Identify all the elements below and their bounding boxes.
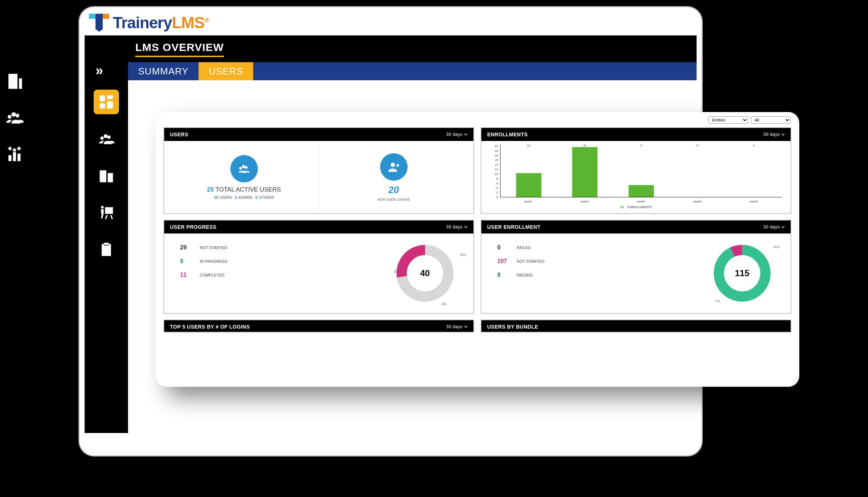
logo-text: TraineryLMS® bbox=[113, 14, 209, 32]
card-users-by-bundle: USERS BY BUNDLE x bbox=[481, 320, 791, 333]
total-active-users-line: 25 TOTAL ACTIVE USERS bbox=[207, 186, 281, 193]
arc-label: 0% bbox=[442, 302, 447, 306]
tab-summary[interactable]: SUMMARY bbox=[128, 62, 199, 80]
active-users-icon bbox=[230, 155, 258, 183]
expand-sidebar-button[interactable]: » bbox=[95, 63, 103, 78]
user-plus-icon bbox=[387, 160, 400, 173]
nav-training[interactable] bbox=[94, 200, 119, 225]
svg-point-8 bbox=[101, 206, 103, 209]
building-icon[interactable] bbox=[5, 72, 24, 90]
card-users: USERS 30 days 25 TOTAL ACTIVE USERS 16US… bbox=[163, 127, 474, 214]
chart-legend: 35ENROLLMENTS bbox=[486, 205, 786, 209]
users-icon bbox=[98, 131, 114, 147]
card-user-enrollment: USER ENROLLMENT 30 days 0FAILED 107NOT S… bbox=[481, 220, 791, 314]
card-title: USERS BY BUNDLE bbox=[487, 324, 538, 330]
page-title: LMS OVERVIEW bbox=[135, 41, 224, 57]
card-title: TOP 5 USERS BY # OF LOGINS bbox=[170, 324, 250, 330]
tab-users[interactable]: USERS bbox=[199, 62, 253, 80]
arc-label: 92% bbox=[773, 245, 780, 249]
clipboard-icon bbox=[98, 241, 114, 257]
chevron-down-icon bbox=[781, 225, 785, 229]
chevron-down-icon bbox=[464, 225, 468, 229]
list-item: 8PASSED bbox=[497, 272, 695, 278]
new-logins-count: 20 bbox=[388, 184, 399, 196]
range-select[interactable]: 30 days bbox=[446, 324, 468, 329]
svg-rect-5 bbox=[107, 95, 113, 99]
range-select[interactable]: 30 days bbox=[763, 224, 785, 230]
new-logins-icon bbox=[380, 153, 408, 181]
chevron-down-icon bbox=[781, 133, 785, 136]
list-item: 29NOT STARTED bbox=[180, 244, 378, 251]
outer-sidebar bbox=[0, 72, 29, 163]
card-title: ENROLLMENTS bbox=[487, 132, 528, 137]
group-icon bbox=[238, 162, 251, 175]
chevron-down-icon bbox=[464, 325, 468, 329]
range-select[interactable]: 30 days bbox=[446, 224, 468, 230]
chevron-down-icon bbox=[464, 133, 468, 136]
grid-icon bbox=[98, 94, 114, 110]
card-enrollments: ENROLLMENTS 30 days 2220181614121086420 … bbox=[481, 127, 791, 214]
rating-icon[interactable] bbox=[5, 145, 24, 163]
range-select[interactable]: 30 days bbox=[763, 132, 785, 137]
logo-mark-icon bbox=[89, 14, 111, 32]
svg-rect-7 bbox=[100, 103, 105, 109]
list-item: 11COMPLETED bbox=[180, 272, 378, 278]
nav-reports[interactable] bbox=[94, 237, 119, 262]
list-item: 0IN PROGRESS bbox=[180, 258, 378, 265]
new-logins-label: NEW USER LOGINS bbox=[378, 198, 410, 201]
nav-companies[interactable] bbox=[94, 163, 119, 188]
nav-users[interactable] bbox=[94, 127, 119, 151]
enrollments-bar-chart: 2220181614121086420 1021500 week1week2we… bbox=[486, 145, 786, 210]
donut-center: 115 bbox=[735, 268, 749, 278]
donut-center: 40 bbox=[420, 268, 430, 278]
nav-dashboard[interactable] bbox=[94, 90, 119, 114]
buildings-icon bbox=[98, 168, 114, 184]
range-select[interactable]: 30 days bbox=[446, 132, 468, 137]
arc-label: 70% bbox=[460, 253, 466, 257]
card-top5-logins: TOP 5 USERS BY # OF LOGINS 30 days bbox=[163, 320, 474, 333]
card-title: USER PROGRESS bbox=[170, 224, 217, 230]
card-user-progress: USER PROGRESS 30 days 29NOT STARTED 0IN … bbox=[163, 220, 474, 314]
card-title: USERS bbox=[170, 132, 188, 137]
svg-rect-6 bbox=[107, 101, 113, 108]
list-item: 107NOT STARTED bbox=[497, 258, 695, 265]
svg-point-9 bbox=[391, 163, 395, 167]
arc-label: 7% bbox=[715, 299, 720, 303]
svg-marker-3 bbox=[95, 29, 103, 32]
svg-rect-2 bbox=[95, 14, 103, 30]
user-breakdown: 16USERS 3ADMINS 6OTHERS bbox=[214, 196, 274, 200]
filter-entities[interactable]: Entities bbox=[708, 116, 748, 124]
card-title: USER ENROLLMENT bbox=[487, 224, 541, 230]
svg-rect-4 bbox=[100, 95, 105, 102]
list-item: 0FAILED bbox=[497, 244, 695, 251]
filter-all[interactable]: All bbox=[751, 116, 791, 124]
inner-sidebar bbox=[92, 90, 121, 262]
logo: TraineryLMS® bbox=[80, 7, 702, 35]
dashboard-panel: Entities All USERS 30 days 25 TOTAL ACTI… bbox=[156, 112, 799, 387]
arc-label: 20% bbox=[394, 270, 400, 273]
tab-bar: SUMMARY USERS bbox=[128, 62, 697, 80]
group-icon[interactable] bbox=[5, 108, 24, 127]
presentation-icon bbox=[98, 205, 114, 220]
